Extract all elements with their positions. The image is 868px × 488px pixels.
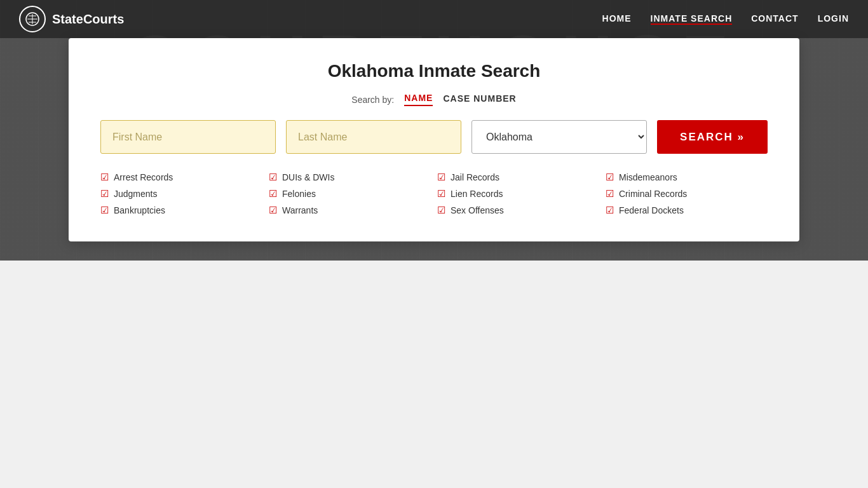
feature-label: DUIs & DWIs — [282, 172, 334, 182]
check-icon: ☑ — [100, 205, 109, 216]
search-by-row: Search by: NAME CASE NUMBER — [100, 93, 768, 106]
feature-label: Lien Records — [451, 189, 503, 199]
feature-sex-offenses: ☑ Sex Offenses — [437, 205, 599, 216]
check-icon: ☑ — [606, 172, 614, 183]
main-nav: StateCourts HOME INMATE SEARCH CONTACT L… — [0, 0, 868, 38]
feature-duis-dwis: ☑ DUIs & DWIs — [269, 172, 431, 183]
feature-criminal-records: ☑ Criminal Records — [606, 188, 768, 200]
site-logo[interactable]: StateCourts — [19, 6, 124, 32]
feature-label: Felonies — [282, 189, 316, 199]
feature-label: Arrest Records — [114, 172, 173, 182]
nav-login[interactable]: LOGIN — [818, 13, 849, 25]
tab-case-number[interactable]: CASE NUMBER — [443, 93, 516, 105]
search-card: Oklahoma Inmate Search Search by: NAME C… — [69, 38, 799, 241]
feature-label: Sex Offenses — [451, 205, 504, 215]
check-icon: ☑ — [606, 205, 614, 216]
feature-label: Criminal Records — [619, 189, 687, 199]
check-icon: ☑ — [100, 172, 109, 183]
feature-label: Warrants — [282, 205, 318, 215]
feature-judgments: ☑ Judgments — [100, 188, 262, 200]
feature-label: Bankruptcies — [114, 205, 165, 215]
hero-section: COURTHOUSE StateCourts HOME INMATE SEARC… — [0, 0, 868, 261]
check-icon: ☑ — [269, 172, 277, 183]
check-icon: ☑ — [437, 188, 445, 200]
feature-warrants: ☑ Warrants — [269, 205, 431, 216]
tab-name[interactable]: NAME — [404, 93, 433, 106]
site-name: StateCourts — [52, 12, 124, 27]
feature-label: Federal Dockets — [619, 205, 684, 215]
logo-icon — [19, 6, 46, 32]
feature-label: Judgments — [114, 189, 157, 199]
last-name-input[interactable] — [286, 120, 461, 154]
check-icon: ☑ — [437, 205, 445, 216]
feature-arrest-records: ☑ Arrest Records — [100, 172, 262, 183]
feature-misdemeanors: ☑ Misdemeanors — [606, 172, 768, 183]
nav-inmate-search[interactable]: INMATE SEARCH — [651, 13, 733, 25]
check-icon: ☑ — [269, 205, 277, 216]
search-by-label: Search by: — [351, 95, 394, 105]
search-title: Oklahoma Inmate Search — [100, 61, 768, 81]
feature-lien-records: ☑ Lien Records — [437, 188, 599, 200]
check-icon: ☑ — [606, 188, 614, 200]
feature-felonies: ☑ Felonies — [269, 188, 431, 200]
first-name-input[interactable] — [100, 120, 276, 154]
nav-contact[interactable]: CONTACT — [751, 13, 798, 25]
nav-home[interactable]: HOME — [602, 13, 632, 25]
state-select[interactable]: Oklahoma Alabama Alaska Arizona Texas — [471, 120, 647, 154]
feature-federal-dockets: ☑ Federal Dockets — [606, 205, 768, 216]
feature-jail-records: ☑ Jail Records — [437, 172, 599, 183]
feature-bankruptcies: ☑ Bankruptcies — [100, 205, 262, 216]
feature-label: Misdemeanors — [619, 172, 677, 182]
search-button[interactable]: SEARCH » — [657, 120, 768, 154]
feature-label: Jail Records — [451, 172, 499, 182]
check-icon: ☑ — [100, 188, 109, 200]
check-icon: ☑ — [269, 188, 277, 200]
search-inputs: Oklahoma Alabama Alaska Arizona Texas SE… — [100, 120, 768, 154]
nav-links: HOME INMATE SEARCH CONTACT LOGIN — [602, 13, 849, 25]
check-icon: ☑ — [437, 172, 445, 183]
features-grid: ☑ Arrest Records ☑ DUIs & DWIs ☑ Jail Re… — [100, 172, 768, 216]
